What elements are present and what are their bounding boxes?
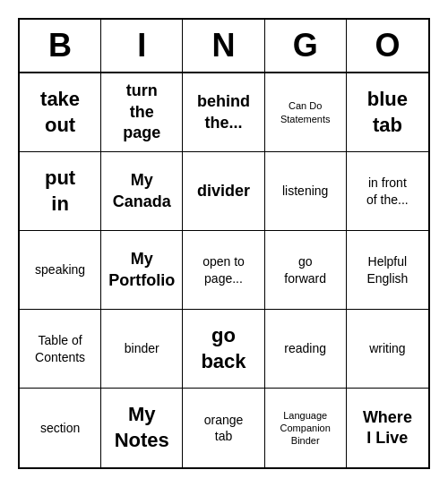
cell-label: reading — [284, 340, 326, 356]
bingo-cell: in front of the... — [347, 152, 428, 231]
bingo-cell: blue tab — [347, 73, 428, 152]
bingo-cell: listening — [265, 152, 347, 231]
bingo-cell: put in — [20, 152, 101, 231]
cell-label: speaking — [35, 261, 85, 278]
bingo-cell: My Canada — [101, 152, 183, 231]
header-letter: N — [183, 20, 264, 72]
bingo-cell: My Portfolio — [101, 231, 183, 310]
bingo-cell: Table of Contents — [20, 310, 101, 389]
cell-label: My Portfolio — [108, 249, 175, 291]
header-letter: G — [265, 20, 347, 72]
cell-label: blue tab — [367, 87, 408, 138]
header-letter: O — [347, 20, 428, 72]
cell-label: Helpful English — [366, 253, 408, 286]
cell-label: turn the page — [123, 81, 160, 143]
bingo-cell: My Notes — [101, 389, 183, 467]
cell-label: My Notes — [115, 402, 169, 453]
bingo-cell: go back — [183, 310, 264, 389]
bingo-cell: writing — [347, 310, 428, 389]
cell-label: put in — [45, 166, 75, 217]
bingo-cell: Where I Live — [347, 389, 428, 467]
cell-label: Table of Contents — [35, 332, 85, 364]
cell-label: Language Companion Binder — [280, 409, 331, 448]
bingo-cell: divider — [183, 152, 264, 231]
bingo-cell: turn the page — [101, 73, 183, 152]
bingo-cell: Language Companion Binder — [265, 389, 347, 467]
cell-label: take out — [40, 87, 80, 138]
bingo-cell: take out — [20, 73, 101, 152]
bingo-cell: reading — [265, 310, 347, 389]
header-letter: B — [20, 20, 101, 72]
bingo-cell: Helpful English — [347, 231, 428, 310]
bingo-card: BINGO take outturn the pagebehind the...… — [18, 18, 430, 469]
cell-label: binder — [125, 340, 159, 356]
cell-label: section — [40, 420, 80, 436]
cell-label: orange tab — [204, 412, 244, 444]
bingo-cell: orange tab — [183, 389, 264, 467]
cell-label: in front of the... — [366, 175, 409, 207]
cell-label: Can Do Statements — [280, 99, 331, 125]
header-letter: I — [101, 20, 183, 72]
cell-label: go back — [201, 323, 246, 374]
cell-label: open to page... — [202, 253, 245, 286]
bingo-cell: speaking — [20, 231, 101, 310]
bingo-cell: section — [20, 389, 101, 467]
bingo-cell: behind the... — [183, 73, 264, 152]
cell-label: listening — [282, 183, 328, 199]
bingo-header: BINGO — [20, 20, 428, 73]
bingo-cell: open to page... — [183, 231, 264, 310]
cell-label: divider — [197, 181, 250, 201]
bingo-cell: binder — [101, 310, 183, 389]
cell-label: Where I Live — [363, 407, 412, 449]
cell-label: My Canada — [113, 170, 171, 212]
cell-label: behind the... — [197, 91, 250, 133]
bingo-cell: go forward — [265, 231, 347, 310]
bingo-cell: Can Do Statements — [265, 73, 347, 152]
cell-label: writing — [369, 340, 405, 356]
bingo-grid: take outturn the pagebehind the...Can Do… — [20, 73, 428, 467]
cell-label: go forward — [284, 253, 326, 286]
